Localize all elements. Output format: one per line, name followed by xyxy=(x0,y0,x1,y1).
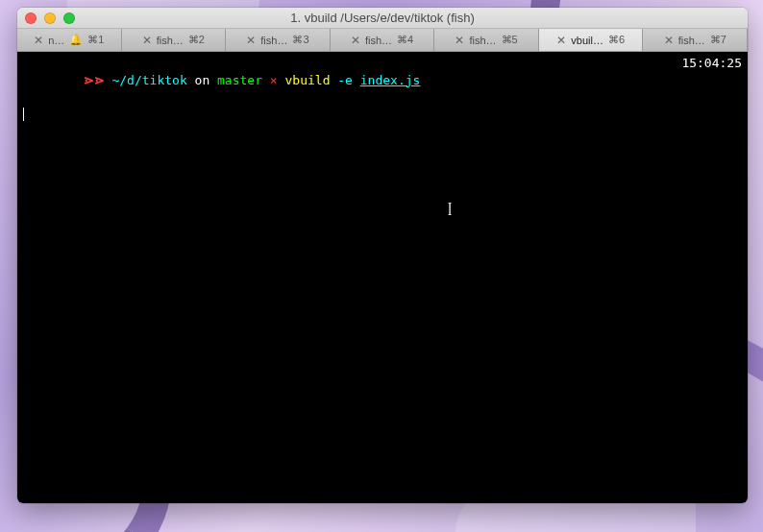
tab-shortcut: ⌘1 xyxy=(87,34,104,46)
tab-label: n… xyxy=(48,35,64,46)
prompt-line: ⋗⋗ ~/d/tiktok on master × vbuild -e inde… xyxy=(23,55,742,106)
tab-5[interactable]: ✕fish…⌘5 xyxy=(434,29,539,51)
prompt-time: 15:04:25 xyxy=(681,55,742,106)
zoom-window-button[interactable] xyxy=(63,12,75,24)
window-title: 1. vbuild /Users/e/dev/tiktok (fish) xyxy=(17,11,748,25)
tab-label: fish… xyxy=(157,35,184,46)
close-icon[interactable]: ✕ xyxy=(556,34,566,47)
traffic-lights xyxy=(25,12,75,24)
tab-shortcut: ⌘5 xyxy=(502,34,518,46)
prompt-flag: -e xyxy=(337,73,353,87)
bell-icon: 🔔 xyxy=(69,34,83,46)
close-icon[interactable]: ✕ xyxy=(664,34,674,47)
tab-shortcut: ⌘6 xyxy=(608,34,625,46)
close-icon[interactable]: ✕ xyxy=(246,34,256,47)
tab-1[interactable]: ✕n…🔔⌘1 xyxy=(17,29,122,51)
tab-6[interactable]: ✕vbuil…⌘6 xyxy=(539,29,644,51)
tab-bar: ✕n…🔔⌘1✕fish…⌘2✕fish…⌘3✕fish…⌘4✕fish…⌘5✕v… xyxy=(17,29,748,52)
tab-label: vbuil… xyxy=(571,35,603,46)
close-icon[interactable]: ✕ xyxy=(455,34,464,47)
tab-label: fish… xyxy=(678,35,705,46)
tab-shortcut: ⌘2 xyxy=(188,34,205,46)
text-cursor xyxy=(23,108,24,121)
terminal-window: 1. vbuild /Users/e/dev/tiktok (fish) ✕n…… xyxy=(17,8,748,503)
prompt-path: ~/d/tiktok xyxy=(111,73,186,87)
tab-7[interactable]: ✕fish…⌘7 xyxy=(643,29,748,51)
close-window-button[interactable] xyxy=(25,12,37,24)
prompt-on: on xyxy=(195,73,210,87)
cursor-line xyxy=(23,106,742,123)
tab-shortcut: ⌘7 xyxy=(710,34,726,46)
prompt-branch: master xyxy=(217,73,262,87)
minimize-window-button[interactable] xyxy=(44,12,56,24)
tab-label: fish… xyxy=(469,35,496,46)
mouse-ibeam-cursor: I xyxy=(448,198,452,221)
prompt-icon: ⋗⋗ xyxy=(84,73,105,87)
close-icon[interactable]: ✕ xyxy=(351,34,360,47)
tab-label: fish… xyxy=(260,35,287,46)
close-icon[interactable]: ✕ xyxy=(142,34,152,47)
tab-4[interactable]: ✕fish…⌘4 xyxy=(331,29,435,51)
prompt-command: vbuild xyxy=(285,73,331,87)
tab-2[interactable]: ✕fish…⌘2 xyxy=(122,29,227,51)
tab-shortcut: ⌘4 xyxy=(397,34,413,46)
prompt-arg: index.js xyxy=(360,73,421,87)
title-bar[interactable]: 1. vbuild /Users/e/dev/tiktok (fish) xyxy=(17,8,748,29)
terminal-body[interactable]: ⋗⋗ ~/d/tiktok on master × vbuild -e inde… xyxy=(17,52,748,503)
tab-label: fish… xyxy=(365,35,392,46)
tab-shortcut: ⌘3 xyxy=(292,34,308,46)
tab-3[interactable]: ✕fish…⌘3 xyxy=(226,29,331,51)
prompt-dirty-marker: × xyxy=(270,73,278,87)
close-icon[interactable]: ✕ xyxy=(34,34,43,47)
